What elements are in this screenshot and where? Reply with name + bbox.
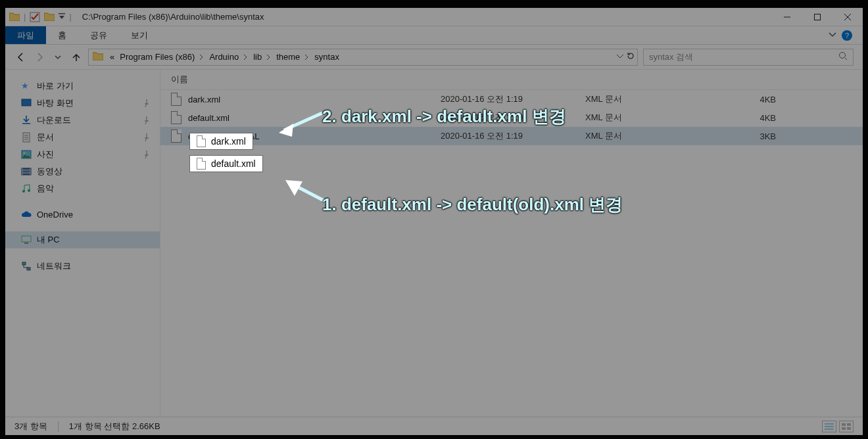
breadcrumb-item[interactable]: lib bbox=[251, 52, 274, 62]
download-icon bbox=[21, 115, 32, 126]
breadcrumb-item[interactable]: Program Files (x86) bbox=[117, 52, 206, 62]
sidebar-music[interactable]: 음악 bbox=[5, 180, 160, 197]
breadcrumb-item[interactable]: theme bbox=[274, 52, 312, 62]
sidebar-pictures[interactable]: 사진 bbox=[5, 146, 160, 163]
view-thumbnails-icon[interactable] bbox=[839, 421, 854, 432]
status-bar: 3개 항목 1개 항목 선택함 2.66KB bbox=[5, 417, 863, 435]
svg-point-3 bbox=[840, 53, 846, 58]
status-selection: 1개 항목 선택함 2.66KB bbox=[69, 421, 160, 432]
file-icon bbox=[171, 129, 181, 143]
tab-home[interactable]: 홈 bbox=[46, 26, 78, 44]
breadcrumb-item[interactable]: syntax bbox=[312, 52, 342, 62]
help-icon[interactable]: ? bbox=[842, 30, 852, 41]
search-placeholder: syntax 검색 bbox=[649, 51, 693, 63]
status-count: 3개 항목 bbox=[14, 421, 47, 432]
sidebar-downloads[interactable]: 다운로드 bbox=[5, 112, 160, 129]
svg-rect-19 bbox=[847, 427, 851, 430]
svg-rect-16 bbox=[842, 423, 846, 426]
annotation-1: 1. default.xml -> default(old).xml 변경 bbox=[322, 193, 623, 216]
svg-rect-14 bbox=[22, 262, 26, 265]
pictures-icon bbox=[21, 149, 32, 160]
svg-point-10 bbox=[22, 190, 25, 193]
search-icon bbox=[838, 51, 848, 62]
music-icon bbox=[21, 183, 32, 194]
file-icon bbox=[171, 93, 181, 106]
title-path: C:\Program Files (x86)\Arduino\lib\theme… bbox=[82, 12, 264, 22]
svg-rect-13 bbox=[24, 243, 28, 244]
pin-icon bbox=[143, 99, 151, 107]
sidebar-documents[interactable]: 문서 bbox=[5, 129, 160, 146]
folder-icon bbox=[89, 51, 107, 62]
cloud-icon bbox=[21, 209, 32, 220]
star-icon: ★ bbox=[21, 81, 32, 91]
svg-rect-12 bbox=[22, 236, 31, 242]
qat-dropdown-icon[interactable] bbox=[59, 12, 65, 22]
svg-rect-18 bbox=[842, 427, 846, 430]
svg-rect-15 bbox=[27, 267, 30, 270]
sidebar: ★ 바로 가기 바탕 화면 다운로드 문서 bbox=[5, 70, 160, 417]
col-size[interactable] bbox=[743, 74, 802, 85]
popped-file-default: default.xml bbox=[189, 155, 263, 172]
folder-icon bbox=[9, 12, 20, 22]
breadcrumb-lead[interactable]: « bbox=[107, 52, 117, 62]
desktop-icon bbox=[21, 98, 32, 108]
arrow-icon bbox=[276, 171, 329, 210]
refresh-icon[interactable] bbox=[627, 52, 635, 62]
col-type[interactable] bbox=[585, 74, 743, 85]
network-icon bbox=[21, 261, 32, 271]
address-bar[interactable]: « Program Files (x86) Arduino lib theme … bbox=[88, 49, 638, 66]
checkbox-icon[interactable] bbox=[30, 12, 40, 22]
forward-button[interactable] bbox=[33, 51, 46, 64]
svg-rect-9 bbox=[22, 168, 31, 175]
address-dropdown-icon[interactable] bbox=[616, 52, 624, 62]
navbar: « Program Files (x86) Arduino lib theme … bbox=[5, 45, 863, 70]
videos-icon bbox=[21, 166, 32, 177]
folder-icon bbox=[44, 12, 55, 22]
titlebar: | | C:\Program Files (x86)\Arduino\lib\t… bbox=[5, 8, 863, 26]
breadcrumb-item[interactable]: Arduino bbox=[206, 52, 251, 62]
file-row[interactable]: default_ORIGINAL 2020-01-16 오전 1:19 XML … bbox=[160, 127, 863, 145]
tab-file[interactable]: 파일 bbox=[5, 26, 46, 44]
svg-rect-17 bbox=[847, 423, 851, 426]
svg-rect-4 bbox=[22, 99, 31, 106]
sidebar-onedrive[interactable]: OneDrive bbox=[5, 206, 160, 222]
sidebar-quick-access[interactable]: ★ 바로 가기 bbox=[5, 78, 160, 95]
pin-icon bbox=[143, 116, 151, 124]
search-input[interactable]: syntax 검색 bbox=[643, 49, 854, 66]
svg-point-11 bbox=[28, 189, 30, 192]
minimize-button[interactable] bbox=[772, 8, 802, 26]
separator: | bbox=[69, 12, 71, 22]
maximize-button[interactable] bbox=[802, 8, 832, 26]
chevron-down-icon[interactable] bbox=[829, 30, 836, 40]
explorer-window: | | C:\Program Files (x86)\Arduino\lib\t… bbox=[5, 8, 863, 435]
pin-icon bbox=[143, 133, 151, 141]
col-date[interactable] bbox=[441, 74, 585, 85]
view-details-icon[interactable] bbox=[822, 421, 836, 432]
svg-rect-2 bbox=[815, 14, 821, 20]
popped-file-dark: dark.xml bbox=[189, 133, 253, 150]
up-button[interactable] bbox=[70, 51, 83, 64]
separator bbox=[58, 421, 59, 432]
separator: | bbox=[24, 12, 26, 22]
ribbon: 파일 홈 공유 보기 ? bbox=[5, 26, 863, 45]
sidebar-thispc[interactable]: 내 PC bbox=[5, 231, 160, 248]
tab-view[interactable]: 보기 bbox=[119, 26, 160, 44]
sidebar-network[interactable]: 네트워크 bbox=[5, 258, 160, 275]
column-headers[interactable]: 이름 bbox=[160, 70, 863, 90]
sidebar-videos[interactable]: 동영상 bbox=[5, 163, 160, 180]
recent-locations-button[interactable] bbox=[51, 51, 64, 64]
tab-share[interactable]: 공유 bbox=[78, 26, 119, 44]
pin-icon bbox=[143, 150, 151, 158]
svg-rect-1 bbox=[59, 13, 65, 14]
documents-icon bbox=[21, 132, 32, 143]
svg-point-8 bbox=[24, 152, 26, 154]
close-button[interactable] bbox=[832, 8, 863, 26]
sidebar-desktop[interactable]: 바탕 화면 bbox=[5, 95, 160, 112]
file-icon bbox=[171, 111, 181, 124]
back-button[interactable] bbox=[14, 51, 28, 64]
arrow-icon bbox=[271, 104, 324, 143]
file-icon bbox=[197, 135, 206, 147]
thispc-icon bbox=[21, 235, 32, 245]
annotation-2: 2. dark.xml -> default.xml 변경 bbox=[322, 105, 566, 128]
col-name[interactable]: 이름 bbox=[171, 74, 441, 85]
